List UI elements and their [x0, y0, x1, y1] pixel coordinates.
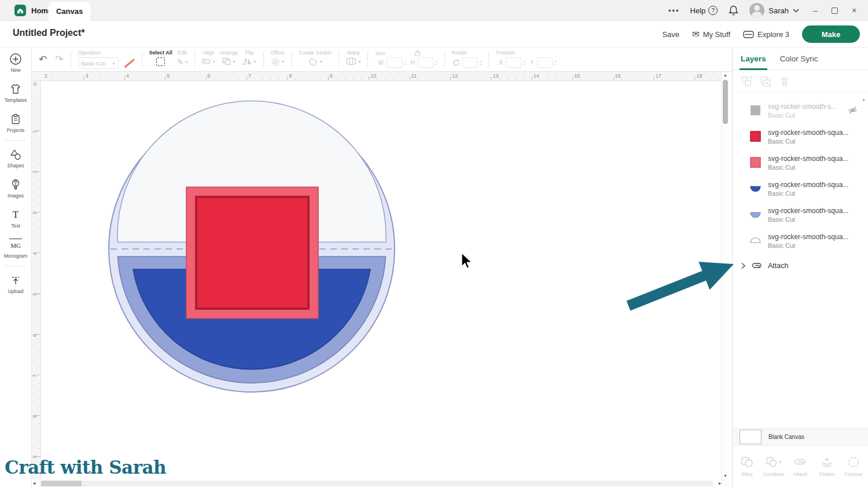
flatten-button[interactable]: Flatten	[814, 456, 840, 477]
layer-row-5[interactable]: svg-rocker-smooth-squa... Basic Cut	[733, 202, 868, 228]
make-button[interactable]: Make	[802, 25, 860, 43]
attach-group-row[interactable]: Attach	[733, 254, 868, 274]
flip-button[interactable]: ▾	[242, 57, 256, 65]
rotate-label: Rotate	[452, 50, 468, 56]
layer-thumb-square	[750, 131, 761, 142]
combine-button[interactable]: Combine	[761, 456, 786, 477]
my-stuff-button[interactable]: ✉ My Stuff	[692, 29, 730, 39]
vertical-scrollbar[interactable]: ▲ ▼	[721, 72, 729, 487]
slice-button[interactable]: Slice	[734, 456, 760, 477]
horizontal-scroll-thumb[interactable]	[41, 481, 82, 486]
tab-color-sync[interactable]: Color Sync	[780, 47, 818, 70]
sidebar-item-templates[interactable]: Templates	[0, 78, 31, 108]
vertical-scroll-thumb[interactable]	[723, 80, 728, 124]
attach-icon	[793, 456, 807, 468]
offset-button[interactable]: ▾	[271, 57, 284, 66]
group-button[interactable]	[741, 76, 752, 87]
more-menu-icon[interactable]: •••	[668, 6, 680, 15]
create-sticker-button[interactable]: ▾	[308, 57, 322, 66]
top-window-bar: Home Canvas ••• Help ? Sarah – ×	[0, 0, 868, 21]
tab-layers[interactable]: Layers	[741, 47, 766, 70]
y-input[interactable]	[537, 57, 553, 68]
redo-button[interactable]: ↷	[55, 53, 63, 65]
monogram-icon: MG	[9, 239, 22, 251]
layer-row-4[interactable]: svg-rocker-smooth-squa... Basic Cut	[733, 175, 868, 202]
width-input[interactable]	[387, 57, 402, 68]
visibility-off-icon[interactable]	[848, 106, 858, 115]
x-input[interactable]	[506, 57, 521, 68]
scroll-left-icon[interactable]: ◂	[33, 481, 35, 486]
sidebar-item-images[interactable]: Images	[0, 173, 31, 203]
y-label: Y	[530, 60, 534, 66]
user-menu[interactable]: Sarah	[749, 3, 799, 18]
arrange-button[interactable]: ▾	[222, 57, 235, 65]
operation-dropdown[interactable]: Basic Cut ▾	[78, 57, 119, 69]
delete-button[interactable]	[779, 76, 790, 87]
attach-paperclip-icon	[751, 262, 763, 269]
close-button[interactable]: ×	[848, 6, 860, 15]
horizontal-scrollbar[interactable]: ◂ ▸	[32, 479, 721, 487]
sidebar-item-shapes[interactable]: Shapes	[0, 143, 31, 173]
align-label: Align	[203, 50, 214, 56]
help-label: Help	[690, 6, 706, 15]
sidebar-item-text[interactable]: T Text	[0, 203, 31, 233]
panel-scroll-up-icon[interactable]: ▲	[862, 97, 866, 101]
lock-icon[interactable]	[414, 50, 421, 56]
height-input[interactable]	[418, 57, 433, 68]
sidebar-item-upload[interactable]: Upload	[0, 269, 31, 299]
machine-select-button[interactable]: Explore 3	[743, 30, 789, 39]
layer-thumb-dome	[750, 235, 761, 246]
sidebar-item-new[interactable]: New	[0, 47, 31, 78]
width-stepper[interactable]: ▴▾	[404, 60, 406, 66]
attach-button[interactable]: Attach	[788, 456, 813, 477]
edit-button[interactable]: ✎ ▾	[177, 57, 188, 67]
new-plus-icon	[9, 53, 22, 65]
minimize-button[interactable]: –	[810, 6, 821, 15]
caret-down-icon: ▾	[112, 61, 115, 66]
design-artwork[interactable]	[32, 72, 732, 487]
bell-icon[interactable]	[728, 5, 739, 16]
warp-icon	[346, 57, 356, 65]
flatten-icon	[820, 456, 834, 468]
layer-row-2[interactable]: svg-rocker-smooth-squa... Basic Cut	[733, 123, 868, 149]
warp-button[interactable]: ▾	[346, 57, 361, 65]
scroll-down-icon[interactable]: ▼	[722, 474, 729, 478]
x-stepper[interactable]: ▴▾	[524, 60, 525, 66]
scroll-up-icon[interactable]: ▲	[722, 73, 729, 77]
envelope-icon: ✉	[692, 29, 700, 39]
edit-toolbar: ↶ ↷ Operation Basic Cut ▾ Select All Edi…	[32, 47, 732, 72]
y-stepper[interactable]: ▴▾	[555, 60, 557, 66]
blank-canvas-row[interactable]: Blank Canvas	[733, 428, 868, 446]
layer-row-6[interactable]: svg-rocker-smooth-squa... Basic Cut	[733, 228, 868, 254]
save-button[interactable]: Save	[662, 30, 679, 39]
select-all-button[interactable]	[156, 57, 165, 66]
expand-chevron-icon[interactable]	[741, 262, 746, 269]
layer-row-3[interactable]: svg-rocker-smooth-squa... Basic Cut	[733, 149, 868, 175]
x-label: X	[499, 60, 503, 66]
rotate-stepper[interactable]: ▴▾	[480, 60, 482, 66]
scroll-right-icon[interactable]: ▸	[719, 481, 721, 486]
pen-color-swatch[interactable]	[123, 57, 135, 69]
layer-thumb-square	[750, 157, 761, 168]
combine-icon	[765, 456, 782, 468]
rotate-input[interactable]	[462, 57, 478, 68]
design-square-inner[interactable]	[196, 197, 308, 309]
tab-canvas[interactable]: Canvas	[49, 2, 90, 21]
sidebar-item-monogram[interactable]: MG Monogram	[0, 233, 31, 263]
machine-icon	[743, 31, 754, 38]
contour-button[interactable]: Contour	[841, 456, 866, 477]
layers-list: svg-rocker-smooth-s... Basic Cut svg-roc…	[733, 93, 868, 274]
layer-row-1[interactable]: svg-rocker-smooth-s... Basic Cut	[733, 97, 868, 123]
duplicate-button[interactable]	[760, 76, 771, 87]
undo-button[interactable]: ↶	[39, 53, 47, 65]
help-button[interactable]: Help ?	[690, 6, 718, 15]
sidebar-item-projects[interactable]: Projects	[0, 108, 31, 138]
balloon-icon	[9, 178, 22, 191]
project-bar: Untitled Project* Save ✉ My Stuff Explor…	[0, 21, 868, 47]
align-button[interactable]: ▾	[202, 57, 215, 65]
design-canvas[interactable]: 23456789101112131415161718 123456789 0 ▲…	[32, 72, 732, 487]
restore-button[interactable]	[832, 8, 838, 14]
sidebar-divider	[5, 266, 27, 266]
edit-label: Edit	[178, 50, 187, 56]
height-stepper[interactable]: ▴▾	[436, 60, 437, 66]
